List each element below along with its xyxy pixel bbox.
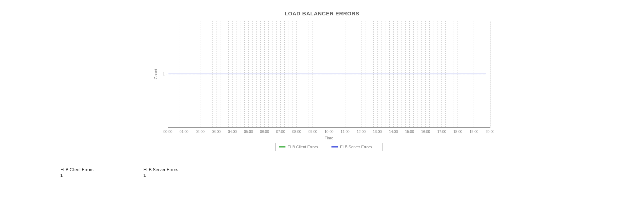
svg-text:19:00: 19:00: [469, 130, 478, 134]
svg-text:ELB Server Errors: ELB Server Errors: [340, 145, 372, 149]
chart-container: 00:0001:0002:0003:0004:0005:0006:0007:00…: [10, 19, 634, 154]
svg-text:Time: Time: [324, 136, 333, 140]
svg-text:10:00: 10:00: [324, 130, 333, 134]
summary-item: ELB Server Errors1: [144, 167, 178, 178]
chart-title: LOAD BALANCER ERRORS: [10, 10, 634, 16]
svg-text:13:00: 13:00: [373, 130, 381, 134]
summary-item: ELB Client Errors1: [60, 167, 94, 178]
svg-text:03:00: 03:00: [211, 130, 220, 134]
svg-text:16:00: 16:00: [421, 130, 430, 134]
summary-value: 1: [144, 173, 178, 178]
svg-text:08:00: 08:00: [292, 130, 301, 134]
summary-row: ELB Client Errors1ELB Server Errors1: [60, 167, 634, 178]
svg-text:01:00: 01:00: [179, 130, 188, 134]
svg-text:00:00: 00:00: [163, 130, 172, 134]
svg-text:14:00: 14:00: [389, 130, 398, 134]
load-balancer-errors-chart: 00:0001:0002:0003:0004:0005:0006:0007:00…: [151, 19, 494, 154]
svg-text:07:00: 07:00: [276, 130, 285, 134]
svg-text:06:00: 06:00: [260, 130, 269, 134]
svg-text:11:00: 11:00: [340, 130, 349, 134]
svg-text:1: 1: [163, 72, 165, 76]
svg-text:17:00: 17:00: [437, 130, 446, 134]
svg-text:20:00: 20:00: [485, 130, 494, 134]
svg-text:09:00: 09:00: [308, 130, 317, 134]
summary-value: 1: [60, 173, 94, 178]
svg-text:18:00: 18:00: [453, 130, 462, 134]
svg-text:04:00: 04:00: [228, 130, 236, 134]
summary-label: ELB Client Errors: [60, 167, 94, 172]
svg-text:15:00: 15:00: [405, 130, 414, 134]
svg-text:ELB Client Errors: ELB Client Errors: [288, 145, 318, 149]
svg-text:Count: Count: [154, 69, 158, 79]
svg-text:12:00: 12:00: [356, 130, 365, 134]
svg-text:02:00: 02:00: [195, 130, 204, 134]
summary-label: ELB Server Errors: [144, 167, 178, 172]
svg-text:05:00: 05:00: [244, 130, 253, 134]
chart-panel: LOAD BALANCER ERRORS 00:0001:0002:0003:0…: [3, 3, 641, 189]
